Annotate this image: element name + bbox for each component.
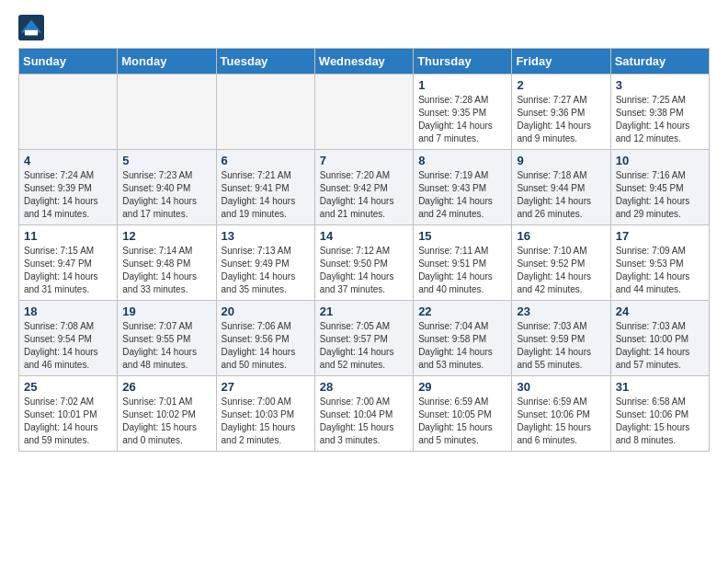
day-cell: 29Sunrise: 6:59 AM Sunset: 10:05 PM Dayl… bbox=[414, 376, 512, 452]
day-info: Sunrise: 7:03 AM Sunset: 9:59 PM Dayligh… bbox=[517, 320, 605, 372]
day-cell: 18Sunrise: 7:08 AM Sunset: 9:54 PM Dayli… bbox=[19, 301, 118, 376]
day-cell: 27Sunrise: 7:00 AM Sunset: 10:03 PM Dayl… bbox=[216, 376, 314, 452]
day-info: Sunrise: 7:03 AM Sunset: 10:00 PM Daylig… bbox=[616, 320, 704, 372]
day-info: Sunrise: 7:06 AM Sunset: 9:56 PM Dayligh… bbox=[222, 320, 310, 372]
day-number: 13 bbox=[222, 229, 310, 243]
day-info: Sunrise: 7:21 AM Sunset: 9:41 PM Dayligh… bbox=[222, 169, 310, 221]
day-number: 18 bbox=[24, 304, 112, 318]
day-cell: 9Sunrise: 7:18 AM Sunset: 9:44 PM Daylig… bbox=[512, 150, 610, 225]
day-number: 21 bbox=[320, 304, 408, 318]
day-cell: 17Sunrise: 7:09 AM Sunset: 9:53 PM Dayli… bbox=[610, 225, 709, 301]
day-info: Sunrise: 7:09 AM Sunset: 9:53 PM Dayligh… bbox=[616, 245, 704, 296]
svg-rect-2 bbox=[25, 30, 38, 36]
day-cell: 15Sunrise: 7:11 AM Sunset: 9:51 PM Dayli… bbox=[414, 225, 512, 301]
day-number: 27 bbox=[222, 380, 310, 394]
day-number: 12 bbox=[122, 229, 210, 243]
week-row-5: 25Sunrise: 7:02 AM Sunset: 10:01 PM Dayl… bbox=[19, 376, 710, 452]
day-info: Sunrise: 7:23 AM Sunset: 9:40 PM Dayligh… bbox=[122, 169, 210, 221]
day-info: Sunrise: 6:58 AM Sunset: 10:06 PM Daylig… bbox=[616, 396, 704, 447]
week-row-4: 18Sunrise: 7:08 AM Sunset: 9:54 PM Dayli… bbox=[19, 301, 710, 376]
col-header-sunday: Sunday bbox=[19, 49, 118, 75]
day-cell: 4Sunrise: 7:24 AM Sunset: 9:39 PM Daylig… bbox=[19, 150, 118, 225]
day-cell bbox=[216, 75, 314, 150]
col-header-saturday: Saturday bbox=[610, 49, 709, 75]
day-cell: 10Sunrise: 7:16 AM Sunset: 9:45 PM Dayli… bbox=[610, 150, 709, 225]
day-number: 22 bbox=[418, 304, 506, 318]
day-cell: 25Sunrise: 7:02 AM Sunset: 10:01 PM Dayl… bbox=[19, 376, 118, 452]
week-row-3: 11Sunrise: 7:15 AM Sunset: 9:47 PM Dayli… bbox=[19, 225, 710, 301]
day-info: Sunrise: 7:04 AM Sunset: 9:58 PM Dayligh… bbox=[418, 320, 506, 372]
day-info: Sunrise: 6:59 AM Sunset: 10:06 PM Daylig… bbox=[517, 396, 605, 447]
day-cell: 21Sunrise: 7:05 AM Sunset: 9:57 PM Dayli… bbox=[314, 301, 413, 376]
day-number: 31 bbox=[616, 380, 704, 394]
day-info: Sunrise: 7:10 AM Sunset: 9:52 PM Dayligh… bbox=[517, 245, 605, 296]
day-cell: 23Sunrise: 7:03 AM Sunset: 9:59 PM Dayli… bbox=[512, 301, 610, 376]
day-cell: 1Sunrise: 7:28 AM Sunset: 9:35 PM Daylig… bbox=[414, 75, 512, 150]
day-info: Sunrise: 7:16 AM Sunset: 9:45 PM Dayligh… bbox=[616, 169, 704, 221]
day-cell: 11Sunrise: 7:15 AM Sunset: 9:47 PM Dayli… bbox=[19, 225, 118, 301]
day-number: 15 bbox=[418, 229, 506, 243]
day-info: Sunrise: 7:08 AM Sunset: 9:54 PM Dayligh… bbox=[24, 320, 112, 372]
day-number: 20 bbox=[222, 304, 310, 318]
day-number: 19 bbox=[122, 304, 210, 318]
day-cell: 7Sunrise: 7:20 AM Sunset: 9:42 PM Daylig… bbox=[314, 150, 413, 225]
day-info: Sunrise: 7:14 AM Sunset: 9:48 PM Dayligh… bbox=[122, 245, 210, 296]
day-info: Sunrise: 7:19 AM Sunset: 9:43 PM Dayligh… bbox=[418, 169, 506, 221]
day-cell: 2Sunrise: 7:27 AM Sunset: 9:36 PM Daylig… bbox=[512, 75, 610, 150]
logo-icon bbox=[18, 15, 44, 40]
day-info: Sunrise: 7:28 AM Sunset: 9:35 PM Dayligh… bbox=[418, 94, 506, 145]
col-header-tuesday: Tuesday bbox=[216, 49, 314, 75]
col-header-monday: Monday bbox=[118, 49, 216, 75]
day-number: 14 bbox=[320, 229, 408, 243]
day-number: 28 bbox=[320, 380, 408, 394]
day-info: Sunrise: 7:12 AM Sunset: 9:50 PM Dayligh… bbox=[320, 245, 408, 296]
day-info: Sunrise: 7:07 AM Sunset: 9:55 PM Dayligh… bbox=[122, 320, 210, 372]
day-cell: 16Sunrise: 7:10 AM Sunset: 9:52 PM Dayli… bbox=[512, 225, 610, 301]
calendar-table: SundayMondayTuesdayWednesdayThursdayFrid… bbox=[18, 48, 710, 452]
day-info: Sunrise: 7:24 AM Sunset: 9:39 PM Dayligh… bbox=[24, 169, 112, 221]
day-info: Sunrise: 6:59 AM Sunset: 10:05 PM Daylig… bbox=[418, 396, 506, 447]
col-header-thursday: Thursday bbox=[414, 49, 512, 75]
day-number: 17 bbox=[616, 229, 704, 243]
day-cell: 6Sunrise: 7:21 AM Sunset: 9:41 PM Daylig… bbox=[216, 150, 314, 225]
logo bbox=[18, 15, 46, 40]
day-cell: 5Sunrise: 7:23 AM Sunset: 9:40 PM Daylig… bbox=[118, 150, 216, 225]
day-info: Sunrise: 7:25 AM Sunset: 9:38 PM Dayligh… bbox=[616, 94, 704, 145]
day-number: 23 bbox=[517, 304, 605, 318]
day-info: Sunrise: 7:05 AM Sunset: 9:57 PM Dayligh… bbox=[320, 320, 408, 372]
day-number: 3 bbox=[616, 78, 704, 92]
day-info: Sunrise: 7:15 AM Sunset: 9:47 PM Dayligh… bbox=[24, 245, 112, 296]
day-cell: 30Sunrise: 6:59 AM Sunset: 10:06 PM Dayl… bbox=[512, 376, 610, 452]
day-info: Sunrise: 7:01 AM Sunset: 10:02 PM Daylig… bbox=[122, 396, 210, 447]
col-header-friday: Friday bbox=[512, 49, 610, 75]
day-cell: 20Sunrise: 7:06 AM Sunset: 9:56 PM Dayli… bbox=[216, 301, 314, 376]
day-number: 6 bbox=[222, 154, 310, 167]
day-cell: 12Sunrise: 7:14 AM Sunset: 9:48 PM Dayli… bbox=[118, 225, 216, 301]
day-cell: 24Sunrise: 7:03 AM Sunset: 10:00 PM Dayl… bbox=[610, 301, 709, 376]
day-info: Sunrise: 7:02 AM Sunset: 10:01 PM Daylig… bbox=[24, 396, 112, 447]
day-number: 5 bbox=[122, 154, 210, 167]
header-row: SundayMondayTuesdayWednesdayThursdayFrid… bbox=[19, 49, 710, 75]
day-number: 16 bbox=[517, 229, 605, 243]
day-info: Sunrise: 7:00 AM Sunset: 10:03 PM Daylig… bbox=[222, 396, 310, 447]
day-cell bbox=[314, 75, 413, 150]
day-number: 7 bbox=[320, 154, 408, 167]
day-number: 29 bbox=[418, 380, 506, 394]
day-info: Sunrise: 7:18 AM Sunset: 9:44 PM Dayligh… bbox=[517, 169, 605, 221]
day-cell: 3Sunrise: 7:25 AM Sunset: 9:38 PM Daylig… bbox=[610, 75, 709, 150]
col-header-wednesday: Wednesday bbox=[314, 49, 413, 75]
day-number: 1 bbox=[418, 78, 506, 92]
day-info: Sunrise: 7:20 AM Sunset: 9:42 PM Dayligh… bbox=[320, 169, 408, 221]
header bbox=[18, 15, 710, 40]
day-number: 26 bbox=[122, 380, 210, 394]
day-cell: 14Sunrise: 7:12 AM Sunset: 9:50 PM Dayli… bbox=[314, 225, 413, 301]
day-info: Sunrise: 7:11 AM Sunset: 9:51 PM Dayligh… bbox=[418, 245, 506, 296]
day-info: Sunrise: 7:13 AM Sunset: 9:49 PM Dayligh… bbox=[222, 245, 310, 296]
week-row-2: 4Sunrise: 7:24 AM Sunset: 9:39 PM Daylig… bbox=[19, 150, 710, 225]
day-number: 30 bbox=[517, 380, 605, 394]
day-cell: 31Sunrise: 6:58 AM Sunset: 10:06 PM Dayl… bbox=[610, 376, 709, 452]
day-number: 11 bbox=[24, 229, 112, 243]
day-cell bbox=[118, 75, 216, 150]
day-number: 25 bbox=[24, 380, 112, 394]
day-number: 9 bbox=[517, 154, 605, 167]
